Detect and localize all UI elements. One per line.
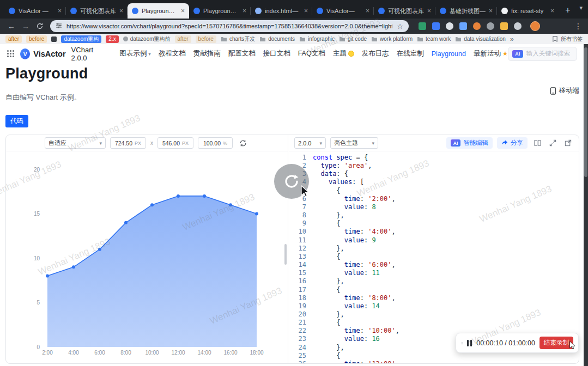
mobile-mode-button[interactable]: 移动端 [550,86,580,95]
share-button[interactable]: 分享 [497,137,528,149]
browser-tab[interactable]: Playground—× [128,3,189,19]
nav-menu-item[interactable]: 教程文档 [159,49,186,58]
bookmark-item[interactable]: 2.x [106,35,118,43]
code-line[interactable]: 13 { [289,253,579,261]
extension-icon-monitor[interactable] [459,22,467,30]
tab-close-icon[interactable]: × [427,7,431,15]
code-line[interactable]: 14 time: '6:00', [289,261,579,269]
menu-kebab-icon[interactable]: ⋮ [574,22,583,30]
nav-menu-item[interactable]: 接口文档 [263,49,290,58]
extension-icon-light[interactable] [514,22,522,30]
bookmark-item[interactable]: infographic [299,36,335,42]
extension-icon-yellow[interactable] [500,22,508,30]
visactor-logo[interactable]: V [20,48,30,59]
page-scrollbar-thumb[interactable] [584,47,587,177]
bookmark-item[interactable]: work platform [371,36,413,42]
code-tab-button[interactable]: 代码 [5,115,28,127]
drag-handle-icon[interactable] [461,339,463,347]
bookmark-item[interactable]: datazoom重构 [61,35,101,43]
tab-close-icon[interactable]: × [58,7,62,15]
code-line[interactable]: 15 value: 11 [289,269,579,277]
pause-button[interactable] [467,340,472,346]
browser-tab[interactable]: VisActor —× [4,3,66,19]
brand-name[interactable]: VisActor [33,50,65,58]
code-line[interactable]: 1const spec = { [289,154,579,162]
all-bookmarks-button[interactable]: 所有书签 [552,34,583,44]
nav-menu-item[interactable]: 在线定制 [397,49,424,58]
bookmark-item[interactable]: after [175,35,191,43]
theme-select[interactable]: 亮色主题 ▾ [330,137,378,149]
tab-close-icon[interactable]: × [304,7,308,15]
extension-icon-circle[interactable] [446,22,453,30]
bookmark-item[interactable]: git code [339,36,367,42]
browser-tab[interactable]: index.html—× [251,3,312,19]
stop-recording-button[interactable]: 结束录制 [539,337,573,349]
preview-scrollbar-thumb[interactable] [284,244,287,265]
zoom-input[interactable]: 100.00 % [198,137,233,149]
tune-icon[interactable] [56,21,62,31]
code-line[interactable]: 25 { [289,352,579,360]
ai-search-box[interactable]: AI 输入关键词搜索 [508,47,577,61]
nav-menu-item[interactable]: 配置文档 [228,49,256,58]
bookmark-item[interactable]: documents [259,36,295,42]
bookmark-item[interactable] [51,36,57,42]
code-line[interactable]: 18 time: '8:00', [289,294,579,302]
version-select[interactable]: 2.0.0 ▾ [294,137,326,149]
bookmark-item[interactable]: before [26,35,47,43]
split-view-icon[interactable] [532,138,543,149]
width-input[interactable]: 724.50 PX [110,137,146,149]
bookmark-star-icon[interactable]: ☆ [397,22,403,30]
browser-tab[interactable]: 可视化图表库× [374,3,435,19]
preview-refresh-button[interactable] [237,137,249,149]
code-line[interactable]: 3 data: { [289,170,579,178]
code-line[interactable]: 7 value: 8 [289,203,579,211]
browser-tab[interactable]: Playground—× [189,3,251,19]
code-line[interactable]: 17 { [289,286,579,294]
page-scrollbar[interactable] [584,44,588,366]
browser-tab[interactable]: 可视化图表库× [66,3,128,19]
bookmark-item[interactable]: after [5,35,22,43]
new-tab-button[interactable]: + [562,4,574,16]
reload-icon[interactable] [34,20,46,32]
address-bar[interactable]: https://www.visactor.com/vchart/playgrou… [50,20,409,32]
code-line[interactable]: 2 type: 'area', [289,162,579,170]
open-external-icon[interactable] [562,138,573,149]
fullscreen-icon[interactable] [547,138,558,149]
code-line[interactable]: 5 { [289,187,579,195]
tab-close-icon[interactable]: × [243,7,246,15]
extension-icon-blue[interactable] [432,22,440,30]
apps-grid-icon[interactable] [7,50,15,58]
extension-icon-orange[interactable] [473,22,481,30]
code-content[interactable]: 1const spec = {2 type: 'area',3 data: {4… [289,152,579,363]
nav-menu-item[interactable]: 发布日志 [362,49,389,58]
extension-icon-gray[interactable] [487,22,494,30]
code-line[interactable]: 19 value: 14 [289,302,579,310]
url-text[interactable]: https://www.visactor.com/vchart/playgrou… [66,23,392,29]
height-input[interactable]: 546.00 PX [157,137,193,149]
nav-menu-item[interactable]: 图表示例▾ [119,49,151,58]
back-icon[interactable]: ← [5,20,17,32]
browser-tab[interactable]: VisActor—× [312,3,374,19]
code-line[interactable]: 20 }, [289,310,579,319]
code-line[interactable]: 9 { [289,219,579,228]
code-line[interactable]: 11 value: 9 [289,236,579,245]
forward-icon[interactable]: → [20,20,32,32]
code-line[interactable]: 21 { [289,319,579,327]
code-line[interactable]: 4 values: [ [289,178,579,186]
code-line[interactable]: 12 }, [289,245,579,253]
bookmark-item[interactable]: before [196,35,216,43]
device-select[interactable]: 自适应 ▾ [45,137,106,149]
tab-close-icon[interactable]: × [366,7,369,15]
bookmark-item[interactable]: data visualization [455,36,506,42]
bookmarks-overflow-chevron[interactable]: » [510,35,514,43]
nav-menu-item[interactable]: FAQ文档 [298,49,325,58]
code-line[interactable]: 10 time: '4:00', [289,228,579,236]
bookmark-item[interactable]: datazoom重构前 [123,35,171,43]
nav-menu-item[interactable]: 主题 [333,49,354,58]
profile-avatar[interactable] [530,21,540,31]
nav-menu-item[interactable]: 贡献指南 [193,49,221,58]
ai-edit-button[interactable]: AI 智能编辑 [446,137,493,149]
nav-menu-item[interactable]: Playground [432,50,466,58]
tab-search-chevron-icon[interactable]: ▾ [579,4,583,11]
bookmark-item[interactable]: team work [417,36,451,42]
